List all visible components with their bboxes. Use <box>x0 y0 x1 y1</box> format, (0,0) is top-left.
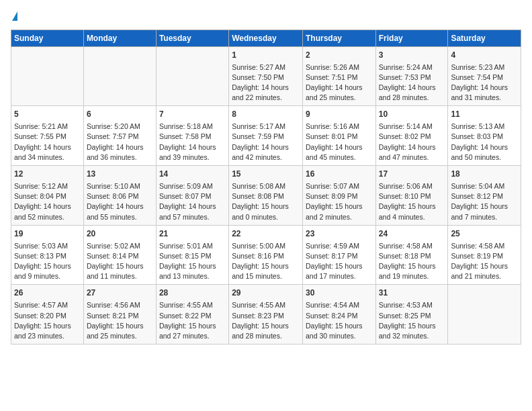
calendar-cell: 5Sunrise: 5:21 AMSunset: 7:55 PMDaylight… <box>11 106 84 166</box>
cell-details: Sunrise: 5:16 AMSunset: 8:01 PMDaylight:… <box>306 122 373 163</box>
header <box>11 11 521 24</box>
day-number: 8 <box>232 109 300 120</box>
day-number: 27 <box>87 287 153 299</box>
cell-details: Sunrise: 4:54 AMSunset: 8:24 PMDaylight:… <box>306 300 373 341</box>
day-number: 17 <box>379 169 445 180</box>
cell-details: Sunrise: 5:18 AMSunset: 7:58 PMDaylight:… <box>159 122 226 163</box>
calendar-cell: 20Sunrise: 5:02 AMSunset: 8:14 PMDayligh… <box>83 225 156 285</box>
calendar-cell: 14Sunrise: 5:09 AMSunset: 8:07 PMDayligh… <box>156 166 228 226</box>
calendar-cell: 7Sunrise: 5:18 AMSunset: 7:58 PMDaylight… <box>156 106 228 166</box>
cell-details: Sunrise: 5:17 AMSunset: 7:59 PMDaylight:… <box>232 122 300 163</box>
calendar-week-row: 5Sunrise: 5:21 AMSunset: 7:55 PMDaylight… <box>11 106 521 166</box>
day-number: 5 <box>14 109 81 120</box>
calendar-cell: 13Sunrise: 5:10 AMSunset: 8:06 PMDayligh… <box>83 166 156 226</box>
calendar-cell: 22Sunrise: 5:00 AMSunset: 8:16 PMDayligh… <box>229 225 303 285</box>
cell-details: Sunrise: 4:53 AMSunset: 8:25 PMDaylight:… <box>379 300 445 341</box>
day-number: 29 <box>232 287 300 299</box>
day-number: 19 <box>14 228 81 240</box>
day-header-sunday: Sunday <box>11 30 84 46</box>
cell-details: Sunrise: 5:07 AMSunset: 8:09 PMDaylight:… <box>306 181 373 222</box>
day-number: 14 <box>159 169 226 180</box>
calendar-cell: 19Sunrise: 5:03 AMSunset: 8:13 PMDayligh… <box>11 225 84 285</box>
calendar-cell: 28Sunrise: 4:55 AMSunset: 8:22 PMDayligh… <box>156 285 228 345</box>
day-number: 15 <box>232 169 300 180</box>
cell-details: Sunrise: 5:00 AMSunset: 8:16 PMDaylight:… <box>232 241 300 282</box>
calendar-cell: 26Sunrise: 4:57 AMSunset: 8:20 PMDayligh… <box>11 285 84 345</box>
cell-details: Sunrise: 4:57 AMSunset: 8:20 PMDaylight:… <box>14 300 81 341</box>
calendar-cell: 29Sunrise: 4:55 AMSunset: 8:23 PMDayligh… <box>229 285 303 345</box>
calendar-cell: 10Sunrise: 5:14 AMSunset: 8:02 PMDayligh… <box>375 106 448 166</box>
cell-details: Sunrise: 4:58 AMSunset: 8:19 PMDaylight:… <box>451 241 518 282</box>
calendar-cell: 21Sunrise: 5:01 AMSunset: 8:15 PMDayligh… <box>156 225 228 285</box>
cell-details: Sunrise: 5:02 AMSunset: 8:14 PMDaylight:… <box>87 241 153 282</box>
cell-details: Sunrise: 5:04 AMSunset: 8:12 PMDaylight:… <box>451 181 518 222</box>
day-number: 4 <box>451 50 518 61</box>
calendar-cell: 4Sunrise: 5:23 AMSunset: 7:54 PMDaylight… <box>448 46 521 106</box>
cell-details: Sunrise: 5:27 AMSunset: 7:50 PMDaylight:… <box>232 62 300 103</box>
calendar-cell: 15Sunrise: 5:08 AMSunset: 8:08 PMDayligh… <box>229 166 303 226</box>
calendar-cell: 24Sunrise: 4:58 AMSunset: 8:18 PMDayligh… <box>375 225 448 285</box>
day-header-monday: Monday <box>83 30 156 46</box>
calendar-header-row: SundayMondayTuesdayWednesdayThursdayFrid… <box>11 30 521 46</box>
calendar-cell: 16Sunrise: 5:07 AMSunset: 8:09 PMDayligh… <box>302 166 375 226</box>
day-number: 7 <box>159 109 226 120</box>
day-number: 21 <box>159 228 226 240</box>
cell-details: Sunrise: 5:08 AMSunset: 8:08 PMDaylight:… <box>232 181 300 222</box>
calendar-table: SundayMondayTuesdayWednesdayThursdayFrid… <box>11 30 521 345</box>
calendar-cell: 8Sunrise: 5:17 AMSunset: 7:59 PMDaylight… <box>229 106 303 166</box>
calendar-cell: 6Sunrise: 5:20 AMSunset: 7:57 PMDaylight… <box>83 106 156 166</box>
cell-details: Sunrise: 5:03 AMSunset: 8:13 PMDaylight:… <box>14 241 81 282</box>
calendar-cell <box>83 46 156 106</box>
calendar-cell: 1Sunrise: 5:27 AMSunset: 7:50 PMDaylight… <box>229 46 303 106</box>
calendar-cell: 17Sunrise: 5:06 AMSunset: 8:10 PMDayligh… <box>375 166 448 226</box>
day-number: 28 <box>159 287 226 299</box>
day-number: 25 <box>451 228 518 240</box>
cell-details: Sunrise: 4:56 AMSunset: 8:21 PMDaylight:… <box>87 300 153 341</box>
calendar-cell: 18Sunrise: 5:04 AMSunset: 8:12 PMDayligh… <box>448 166 521 226</box>
day-number: 9 <box>306 109 373 120</box>
day-number: 16 <box>306 169 373 180</box>
cell-details: Sunrise: 5:26 AMSunset: 7:51 PMDaylight:… <box>306 62 373 103</box>
cell-details: Sunrise: 5:10 AMSunset: 8:06 PMDaylight:… <box>87 181 153 222</box>
cell-details: Sunrise: 5:24 AMSunset: 7:53 PMDaylight:… <box>379 62 445 103</box>
cell-details: Sunrise: 5:06 AMSunset: 8:10 PMDaylight:… <box>379 181 445 222</box>
calendar-cell: 25Sunrise: 4:58 AMSunset: 8:19 PMDayligh… <box>448 225 521 285</box>
calendar-cell: 30Sunrise: 4:54 AMSunset: 8:24 PMDayligh… <box>302 285 375 345</box>
day-number: 18 <box>451 169 518 180</box>
cell-details: Sunrise: 4:59 AMSunset: 8:17 PMDaylight:… <box>306 241 373 282</box>
cell-details: Sunrise: 5:01 AMSunset: 8:15 PMDaylight:… <box>159 241 226 282</box>
day-number: 30 <box>306 287 373 299</box>
day-number: 12 <box>14 169 81 180</box>
calendar-cell <box>448 285 521 345</box>
logo-icon <box>12 11 17 21</box>
calendar-week-row: 1Sunrise: 5:27 AMSunset: 7:50 PMDaylight… <box>11 46 521 106</box>
day-number: 23 <box>306 228 373 240</box>
day-number: 1 <box>232 50 300 61</box>
calendar-week-row: 26Sunrise: 4:57 AMSunset: 8:20 PMDayligh… <box>11 285 521 345</box>
cell-details: Sunrise: 5:23 AMSunset: 7:54 PMDaylight:… <box>451 62 518 103</box>
calendar-cell: 27Sunrise: 4:56 AMSunset: 8:21 PMDayligh… <box>83 285 156 345</box>
day-header-friday: Friday <box>375 30 448 46</box>
calendar-week-row: 19Sunrise: 5:03 AMSunset: 8:13 PMDayligh… <box>11 225 521 285</box>
cell-details: Sunrise: 5:20 AMSunset: 7:57 PMDaylight:… <box>87 122 153 163</box>
cell-details: Sunrise: 4:55 AMSunset: 8:23 PMDaylight:… <box>232 300 300 341</box>
cell-details: Sunrise: 5:14 AMSunset: 8:02 PMDaylight:… <box>379 122 445 163</box>
calendar-cell: 3Sunrise: 5:24 AMSunset: 7:53 PMDaylight… <box>375 46 448 106</box>
calendar-cell: 12Sunrise: 5:12 AMSunset: 8:04 PMDayligh… <box>11 166 84 226</box>
calendar-cell: 23Sunrise: 4:59 AMSunset: 8:17 PMDayligh… <box>302 225 375 285</box>
day-header-wednesday: Wednesday <box>229 30 303 46</box>
calendar-week-row: 12Sunrise: 5:12 AMSunset: 8:04 PMDayligh… <box>11 166 521 226</box>
day-number: 11 <box>451 109 518 120</box>
cell-details: Sunrise: 5:09 AMSunset: 8:07 PMDaylight:… <box>159 181 226 222</box>
cell-details: Sunrise: 5:12 AMSunset: 8:04 PMDaylight:… <box>14 181 81 222</box>
day-header-saturday: Saturday <box>448 30 521 46</box>
day-number: 22 <box>232 228 300 240</box>
day-number: 10 <box>379 109 445 120</box>
day-number: 26 <box>14 287 81 299</box>
cell-details: Sunrise: 5:21 AMSunset: 7:55 PMDaylight:… <box>14 122 81 163</box>
day-header-tuesday: Tuesday <box>156 30 228 46</box>
day-number: 31 <box>379 287 445 299</box>
day-number: 20 <box>87 228 153 240</box>
logo <box>11 11 17 24</box>
day-number: 24 <box>379 228 445 240</box>
